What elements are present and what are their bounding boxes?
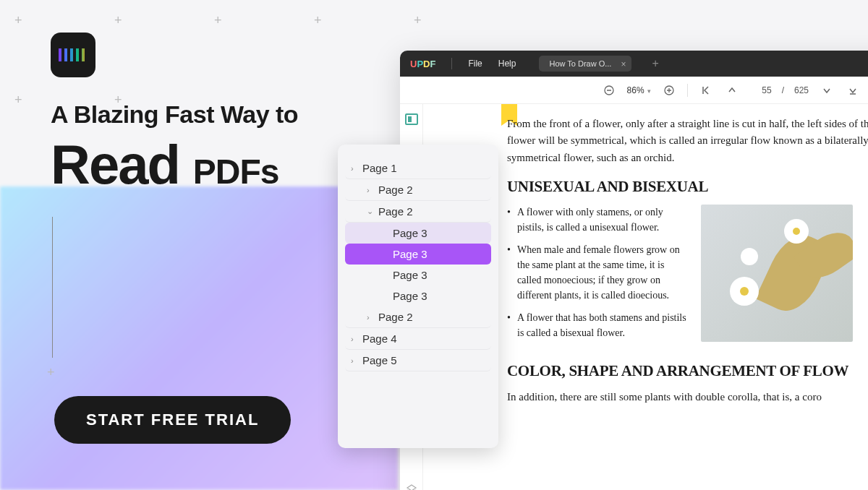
grid-cross: + [214,13,222,28]
chevron-down-icon[interactable]: ⌄ [367,207,374,216]
layers-icon[interactable] [404,481,420,490]
bookmarks-panel: ›Page 1›Page 2⌄Page 2Page 3Page 3Page 3P… [338,145,498,448]
first-page-icon[interactable] [698,82,714,98]
headline-suffix: PDFs [193,152,279,191]
chevron-right-icon[interactable]: › [367,186,374,194]
bookmark-item[interactable]: Page 3 [345,223,491,244]
hero-vertical-rule [52,217,53,358]
page-current[interactable]: 55 [750,85,772,95]
grid-cross: + [14,93,22,108]
grid-cross: + [114,13,122,28]
chevron-right-icon[interactable]: › [367,313,374,322]
chevron-right-icon[interactable]: › [351,335,358,343]
grid-cross: + [14,13,22,28]
bookmark-label: Page 2 [378,205,413,218]
bookmark-label: Page 5 [362,354,397,366]
bookmark-item[interactable]: ›Page 2 [345,306,491,328]
titlebar: UPDF File Help How To Draw O... × + [400,51,868,77]
tab-title: How To Draw O... [549,59,611,68]
bookmark-item[interactable]: ›Page 4 [345,328,491,350]
headline-line1: A Blazing Fast Way to [51,100,298,128]
last-page-icon[interactable] [845,82,861,98]
list-item: A flower with only stamens, or only pist… [507,205,688,235]
doc-heading-color: COLOR, SHAPE AND ARRANGEMENT OF FLOW [507,362,868,380]
headline-big: Read [51,134,179,195]
bookmark-item[interactable]: ›Page 2 [345,179,491,201]
app-logo [51,33,95,77]
menu-file[interactable]: File [468,59,482,69]
hero-headline: A Blazing Fast Way to Read PDFs [51,99,362,199]
grid-cross: + [414,13,422,28]
flower-illustration [701,205,853,342]
list-item: A flower that has both stamens and pisti… [507,310,688,340]
bookmark-label: Page 2 [378,311,413,323]
svg-marker-9 [407,485,416,490]
page-total: 625 [794,85,809,95]
logo-wave-icon [59,48,88,61]
bookmark-item[interactable]: ⌄Page 2 [345,201,491,223]
prev-page-icon[interactable] [724,82,740,98]
zoom-in-icon[interactable] [661,82,677,98]
bookmark-label: Page 3 [393,290,427,302]
start-free-trial-button[interactable]: START FREE TRIAL [54,396,291,444]
bookmark-label: Page 4 [362,332,397,345]
bookmark-item[interactable]: Page 3 [345,265,491,285]
bookmark-label: Page 2 [378,184,413,196]
grid-cross: + [314,13,322,28]
doc-bullet-list: A flower with only stamens, or only pist… [507,205,688,348]
thumbnails-icon[interactable] [404,111,420,127]
chevron-right-icon[interactable]: › [351,356,358,365]
bookmark-item[interactable]: ›Page 1 [345,158,491,179]
bookmark-item[interactable]: Page 3 [345,244,491,265]
bookmark-item[interactable]: ›Page 5 [345,350,491,371]
bookmark-label: Page 3 [393,248,427,260]
chevron-right-icon[interactable]: › [351,164,358,173]
toolbar: 86%▾ 55 / 625 [400,77,868,104]
add-tab-icon[interactable]: + [652,57,658,70]
titlebar-separator [451,58,452,69]
zoom-out-icon[interactable] [601,82,617,98]
zoom-level[interactable]: 86%▾ [627,85,651,95]
toolbar-separator [687,84,688,97]
page-separator: / [782,85,784,95]
doc-intro-paragraph: From the front of a flower, only after a… [507,116,868,166]
doc-heading-unisexual: UNISEXUAL AND BISEXUAL [507,178,868,196]
tab-close-icon[interactable]: × [621,59,626,69]
doc-outro-paragraph: In addition, there are still some plants… [507,389,868,405]
bookmark-item[interactable]: Page 3 [345,285,491,306]
menu-help[interactable]: Help [498,59,516,69]
app-brand: UPDF [410,59,435,69]
bookmark-label: Page 1 [362,162,397,174]
bookmark-label: Page 3 [393,269,427,281]
list-item: When male and female flowers grow on the… [507,242,688,303]
bookmark-label: Page 3 [393,227,427,239]
next-page-icon[interactable] [819,82,835,98]
document-tab[interactable]: How To Draw O... × [539,56,631,72]
